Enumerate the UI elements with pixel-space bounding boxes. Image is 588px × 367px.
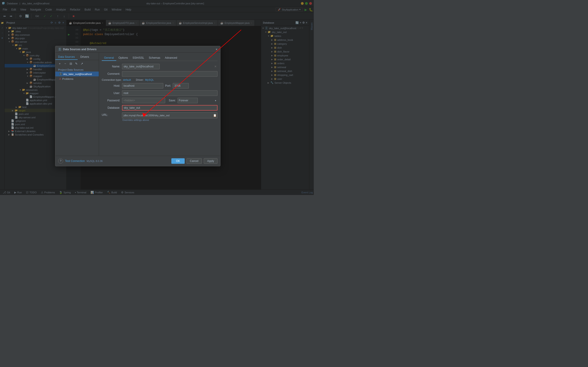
modal-footer-right: OK Cancel Apply xyxy=(171,158,217,164)
data-sources-dialog: 🗄️ Data Sources and Drivers × Data Sourc… xyxy=(55,46,221,166)
password-input[interactable] xyxy=(122,98,165,103)
port-input[interactable] xyxy=(173,83,189,89)
help-button[interactable]: ? xyxy=(58,158,63,164)
modal-sidebar-buttons: + − ⊟ ✎ ↗ xyxy=(55,60,99,67)
connection-type-value[interactable]: default xyxy=(123,78,131,81)
form-user-row: User: xyxy=(102,90,217,96)
form-database-row: Database: xyxy=(102,105,217,110)
driver-value[interactable]: MySQL xyxy=(145,78,154,81)
name-input-wrapper: ✕ xyxy=(122,64,217,69)
modal-footer: ? Test Connection MySQL 8.0.36 OK Cancel… xyxy=(55,156,220,166)
modal-sidebar-item-label: sky_take_out@localhost xyxy=(63,73,92,75)
project-data-sources-label: Project Data Sources xyxy=(55,67,99,72)
host-input[interactable] xyxy=(122,83,163,89)
modal-form-tab-general[interactable]: General xyxy=(102,55,116,61)
form-password-row: Password: Save: Forever Until restart Ne… xyxy=(102,98,217,103)
apply-button[interactable]: Apply xyxy=(204,158,217,164)
add-datasource-button[interactable]: + xyxy=(57,61,62,66)
save-select-arrow-icon: ▾ xyxy=(215,99,216,102)
modal-body: Data Sources Drivers + − ⊟ ✎ ↗ Project D… xyxy=(55,52,220,156)
save-select[interactable]: Forever Until restart Never xyxy=(178,98,198,103)
modal-form-tab-options[interactable]: Options xyxy=(116,55,130,61)
name-label: Name: xyxy=(102,65,120,68)
connection-type-label: Connection type: xyxy=(102,78,121,81)
modal-tab-data-sources[interactable]: Data Sources xyxy=(55,54,78,60)
modal-title-text: Data Sources and Drivers xyxy=(63,48,96,51)
modal-db-item-icon: 🗄️ xyxy=(59,73,62,75)
modal-sidebar-item-sky[interactable]: 🗄️ sky_take_out@localhost xyxy=(55,72,99,76)
user-input[interactable] xyxy=(122,90,217,96)
save-select-wrapper: Forever Until restart Never ▾ xyxy=(178,98,217,103)
connection-type-row: Connection type: default Driver: MySQL xyxy=(102,78,217,81)
problems-label: Problems xyxy=(62,77,73,80)
url-copy-button[interactable]: 📋 xyxy=(213,114,216,117)
user-label: User: xyxy=(102,92,120,95)
modal-form-tab-schemas[interactable]: Schemas xyxy=(147,55,163,61)
url-overrides-label: Overrides settings above xyxy=(122,119,149,121)
modal-db-icon: 🗄️ xyxy=(58,48,61,51)
comment-input[interactable] xyxy=(122,71,217,77)
cancel-button[interactable]: Cancel xyxy=(187,158,202,164)
url-input[interactable] xyxy=(122,112,217,118)
host-label: Host: xyxy=(102,84,120,87)
test-connection-button[interactable]: Test Connection xyxy=(65,159,85,163)
modal-sidebar-problems[interactable]: ⚠ Problems xyxy=(55,76,99,81)
password-label: Password: xyxy=(102,99,120,102)
url-label: URL: xyxy=(102,112,120,117)
form-host-row: Host: Port: xyxy=(102,83,217,89)
modal-form-tab-ssh-ssl[interactable]: SSH/SSL xyxy=(130,55,147,61)
driver-label-static: Driver: xyxy=(136,78,144,81)
navigate-datasource-button[interactable]: ↗ xyxy=(79,61,84,66)
problems-icon: ⚠ xyxy=(59,77,61,80)
modal-sidebar: Data Sources Drivers + − ⊟ ✎ ↗ Project D… xyxy=(55,52,99,156)
remove-datasource-button[interactable]: − xyxy=(63,61,68,66)
form-name-row: Name: ✕ xyxy=(102,64,217,69)
modal-title-bar: 🗄️ Data Sources and Drivers × xyxy=(55,46,220,52)
modal-close-button[interactable]: × xyxy=(216,48,217,51)
mysql-version-label: MySQL 8.0.36 xyxy=(86,160,103,162)
modal-sidebar-tabs: Data Sources Drivers xyxy=(55,54,99,60)
database-label: Database: xyxy=(102,106,120,109)
name-input[interactable] xyxy=(122,64,160,69)
modal-form-tab-advanced[interactable]: Advanced xyxy=(163,55,179,61)
modal-content: General Options SSH/SSL Schemas Advanced… xyxy=(99,52,220,156)
database-input[interactable] xyxy=(122,105,217,110)
modal-title: 🗄️ Data Sources and Drivers xyxy=(58,48,96,51)
url-input-wrapper: 📋 xyxy=(122,112,217,118)
form-url-row: URL: 📋 Overrides settings above xyxy=(102,112,217,122)
modal-footer-left: ? Test Connection MySQL 8.0.36 xyxy=(58,158,103,164)
comment-label: Comment: xyxy=(102,72,120,75)
form-comment-row: Comment: xyxy=(102,71,217,77)
modal-form-tabs: General Options SSH/SSL Schemas Advanced xyxy=(102,55,217,61)
modal-overlay: 🗄️ Data Sources and Drivers × Data Sourc… xyxy=(0,0,314,195)
duplicate-datasource-button[interactable]: ⊟ xyxy=(68,61,73,66)
port-label: Port: xyxy=(165,84,171,87)
modal-tab-drivers[interactable]: Drivers xyxy=(78,54,92,60)
ok-button[interactable]: OK xyxy=(171,158,184,164)
name-clear-button[interactable]: ✕ xyxy=(214,65,216,68)
save-label: Save: xyxy=(169,99,176,102)
edit-datasource-button[interactable]: ✎ xyxy=(74,61,79,66)
